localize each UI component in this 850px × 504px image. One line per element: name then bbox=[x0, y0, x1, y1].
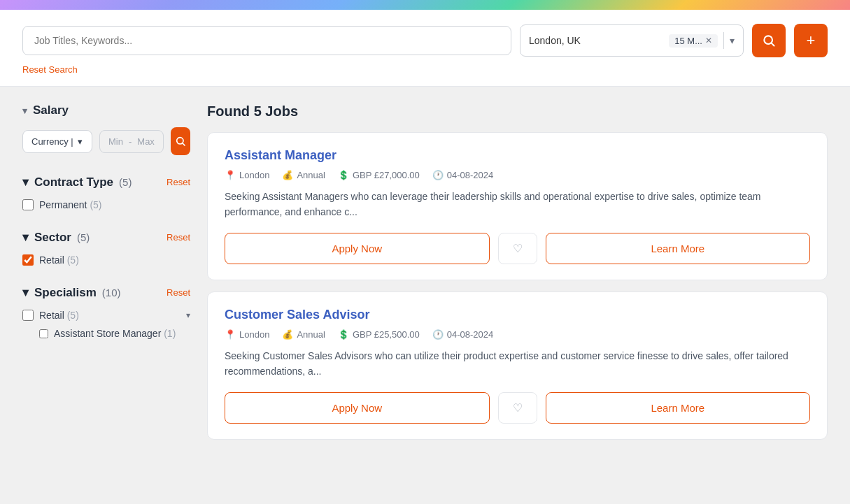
job-title-1[interactable]: Assistant Manager bbox=[225, 148, 810, 163]
sector-chevron-icon: ▾ bbox=[22, 230, 29, 245]
currency-chevron-icon: ▾ bbox=[78, 136, 83, 147]
location-chevron-icon[interactable]: ▾ bbox=[730, 35, 735, 46]
distance-close-icon[interactable]: ✕ bbox=[705, 36, 712, 45]
job-description-2: Seeking Customer Sales Advisors who can … bbox=[225, 348, 810, 380]
contract-type-chevron-icon: ▾ bbox=[22, 175, 29, 189]
currency-label: Currency | bbox=[31, 136, 73, 147]
contract-type-header[interactable]: ▾ Contract Type (5) bbox=[22, 175, 132, 189]
contract-type-permanent[interactable]: Permanent (5) bbox=[22, 199, 190, 210]
learn-more-button-1[interactable]: Learn More bbox=[546, 233, 811, 264]
job-salary-text-1: GBP £27,000.00 bbox=[353, 170, 420, 180]
job-meta-2: 📍 London 💰 Annual 💲 GBP £25,500.00 🕐 04-… bbox=[225, 329, 810, 340]
max-label: Max bbox=[137, 136, 155, 147]
sector-retail[interactable]: Retail (5) bbox=[22, 254, 190, 266]
job-card-1: Assistant Manager 📍 London 💰 Annual 💲 GB… bbox=[207, 132, 828, 280]
sector-reset[interactable]: Reset bbox=[167, 232, 190, 243]
specialism-title: Specialism bbox=[34, 286, 97, 300]
search-icon bbox=[762, 34, 776, 48]
salary-search-icon bbox=[175, 136, 186, 147]
min-label: Min bbox=[108, 136, 123, 147]
hero-banner bbox=[0, 0, 850, 10]
job-actions-1: Apply Now ♡ Learn More bbox=[225, 233, 810, 264]
distance-label: 15 M... bbox=[674, 36, 702, 46]
job-description-1: Seeking Assistant Managers who can lever… bbox=[225, 189, 810, 220]
salary-title: Salary bbox=[33, 103, 69, 117]
location-divider bbox=[723, 32, 724, 49]
favorite-button-2[interactable]: ♡ bbox=[498, 392, 537, 424]
reset-search-link[interactable]: Reset Search bbox=[22, 64, 78, 75]
date-icon-2: 🕐 bbox=[432, 329, 444, 340]
sector-title: Sector bbox=[34, 231, 71, 245]
salary-icon-2: 💲 bbox=[338, 329, 349, 340]
sector-count: (5) bbox=[77, 231, 90, 243]
job-location-1: 📍 London bbox=[225, 170, 269, 180]
specialism-filter-section: ▾ Specialism (10) Reset Retail (5) ▾ Ass… bbox=[22, 285, 190, 339]
specialism-assistant-store-manager[interactable]: Assistant Store Manager (1) bbox=[22, 328, 190, 339]
contract-type-items: Permanent (5) bbox=[22, 199, 190, 210]
apply-button-2[interactable]: Apply Now bbox=[225, 392, 490, 424]
main-layout: ▾ Salary Currency | ▾ Min - Max bbox=[0, 87, 850, 468]
retail-expand-icon[interactable]: ▾ bbox=[186, 310, 190, 320]
sector-filter-section: ▾ Sector (5) Reset Retail (5) bbox=[22, 230, 190, 266]
location-icon-2: 📍 bbox=[225, 329, 236, 340]
salary-filter-header[interactable]: ▾ Salary bbox=[22, 103, 190, 117]
results-header: Found 5 Jobs bbox=[207, 103, 828, 120]
job-title-2[interactable]: Customer Sales Advisor bbox=[225, 308, 810, 322]
permanent-checkbox[interactable] bbox=[22, 199, 34, 210]
learn-more-button-2[interactable]: Learn More bbox=[546, 392, 811, 424]
salary-icon-1: 💲 bbox=[338, 170, 349, 180]
salary-search-button[interactable] bbox=[171, 127, 190, 155]
specialism-items: Retail (5) ▾ Assistant Store Manager (1) bbox=[22, 310, 190, 339]
salary-filter-section: ▾ Salary Currency | ▾ Min - Max bbox=[22, 103, 190, 155]
search-button[interactable] bbox=[752, 24, 786, 57]
assistant-store-manager-label: Assistant Store Manager (1) bbox=[54, 328, 176, 339]
apply-button-1[interactable]: Apply Now bbox=[225, 233, 490, 264]
retail-specialism-label: Retail (5) bbox=[39, 310, 79, 321]
search-container: London, UK 15 M... ✕ ▾ + Reset Search bbox=[0, 10, 850, 87]
job-location-2: 📍 London bbox=[225, 329, 269, 340]
specialism-count: (10) bbox=[102, 287, 121, 298]
job-pay-text-2: Annual bbox=[297, 329, 325, 340]
contract-type-title: Contract Type bbox=[34, 175, 113, 189]
sector-header-row: ▾ Sector (5) Reset bbox=[22, 230, 190, 245]
contract-type-header-row: ▾ Contract Type (5) Reset bbox=[22, 175, 190, 189]
sidebar: ▾ Salary Currency | ▾ Min - Max bbox=[22, 103, 190, 451]
pay-type-icon-2: 💰 bbox=[282, 329, 293, 340]
location-text: London, UK bbox=[529, 35, 663, 46]
retail-sector-checkbox[interactable] bbox=[22, 254, 34, 266]
sector-items: Retail (5) bbox=[22, 254, 190, 266]
location-icon-1: 📍 bbox=[225, 170, 236, 180]
retail-specialism-checkbox[interactable] bbox=[22, 310, 34, 321]
heart-icon-2: ♡ bbox=[513, 401, 523, 415]
contract-type-count: (5) bbox=[119, 176, 132, 188]
sector-header[interactable]: ▾ Sector (5) bbox=[22, 230, 90, 245]
keyword-search-input[interactable] bbox=[22, 26, 511, 55]
distance-tag[interactable]: 15 M... ✕ bbox=[669, 34, 718, 48]
job-location-text-1: London bbox=[239, 170, 269, 180]
salary-dash: - bbox=[129, 136, 132, 147]
specialism-header[interactable]: ▾ Specialism (10) bbox=[22, 285, 121, 300]
add-filter-button[interactable]: + bbox=[794, 24, 828, 57]
job-card-2: Customer Sales Advisor 📍 London 💰 Annual… bbox=[207, 291, 828, 440]
favorite-button-1[interactable]: ♡ bbox=[498, 233, 537, 264]
job-date-1: 🕐 04-08-2024 bbox=[432, 170, 494, 180]
job-pay-text-1: Annual bbox=[297, 170, 325, 180]
salary-chevron-icon: ▾ bbox=[22, 106, 27, 116]
job-salary-2: 💲 GBP £25,500.00 bbox=[338, 329, 420, 340]
specialism-retail[interactable]: Retail (5) bbox=[22, 310, 79, 321]
assistant-store-manager-checkbox[interactable] bbox=[39, 329, 48, 338]
pay-type-icon-1: 💰 bbox=[282, 170, 293, 180]
currency-select[interactable]: Currency | ▾ bbox=[22, 130, 92, 153]
salary-range-input[interactable]: Min - Max bbox=[99, 130, 164, 153]
job-actions-2: Apply Now ♡ Learn More bbox=[225, 392, 810, 424]
svg-line-1 bbox=[772, 43, 774, 46]
location-group: London, UK 15 M... ✕ ▾ bbox=[520, 24, 744, 57]
specialism-reset[interactable]: Reset bbox=[167, 287, 190, 298]
contract-type-reset[interactable]: Reset bbox=[167, 177, 190, 187]
permanent-label: Permanent (5) bbox=[39, 199, 102, 210]
job-date-text-1: 04-08-2024 bbox=[447, 170, 494, 180]
plus-icon: + bbox=[807, 31, 816, 50]
job-location-text-2: London bbox=[239, 329, 269, 340]
job-pay-type-2: 💰 Annual bbox=[282, 329, 325, 340]
search-row: London, UK 15 M... ✕ ▾ + bbox=[22, 24, 828, 57]
